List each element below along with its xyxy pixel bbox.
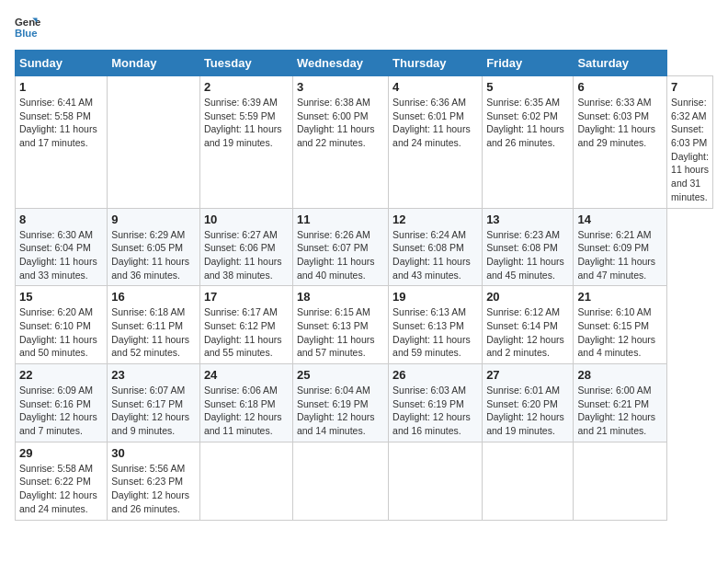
cell-text: Sunrise: 6:15 AMSunset: 6:13 PMDaylight:… (297, 305, 384, 360)
calendar-cell-week0-2: 3 Sunrise: 6:38 AMSunset: 6:00 PMDayligh… (292, 76, 388, 209)
weekday-header-tuesday: Tuesday (199, 51, 292, 76)
calendar-cell-w4-2 (199, 442, 292, 520)
day-number: 8 (19, 213, 103, 226)
cell-text: Sunrise: 6:29 AMSunset: 6:05 PMDaylight:… (111, 228, 196, 282)
cell-text: Sunrise: 6:35 AMSunset: 6:02 PMDaylight:… (486, 96, 569, 150)
cell-text: Sunrise: 6:09 AMSunset: 6:16 PMDaylight:… (19, 384, 103, 438)
day-number: 1 (19, 80, 103, 94)
cell-text: Sunrise: 6:04 AMSunset: 6:19 PMDaylight:… (297, 384, 384, 438)
day-number: 7 (671, 80, 709, 94)
cell-text: Sunrise: 6:20 AMSunset: 6:10 PMDaylight:… (19, 305, 103, 360)
day-number: 15 (19, 290, 103, 304)
day-number: 30 (111, 446, 196, 460)
calendar-week-2: 15 Sunrise: 6:20 AMSunset: 6:10 PMDaylig… (16, 286, 713, 364)
calendar-cell-week0-3: 4 Sunrise: 6:36 AMSunset: 6:01 PMDayligh… (389, 76, 483, 209)
cell-text: Sunrise: 6:36 AMSunset: 6:01 PMDaylight:… (392, 96, 478, 150)
calendar-cell-w2-4: 19 Sunrise: 6:13 AMSunset: 6:13 PMDaylig… (389, 286, 483, 364)
cell-text: Sunrise: 6:12 AMSunset: 6:14 PMDaylight:… (486, 305, 569, 360)
cell-text: Sunrise: 6:41 AMSunset: 5:58 PMDaylight:… (19, 96, 103, 150)
calendar-cell-w3-6: 28 Sunrise: 6:00 AMSunset: 6:21 PMDaylig… (574, 364, 667, 442)
cell-text: Sunrise: 6:10 AMSunset: 6:15 PMDaylight:… (577, 305, 663, 360)
cell-text: Sunrise: 6:17 AMSunset: 6:12 PMDaylight:… (204, 305, 289, 360)
calendar-cell-w1-6: 14 Sunrise: 6:21 AMSunset: 6:09 PMDaylig… (574, 208, 667, 286)
calendar-week-4: 29 Sunrise: 5:58 AMSunset: 6:22 PMDaylig… (16, 442, 713, 520)
weekday-header-monday: Monday (108, 51, 200, 76)
day-number: 2 (204, 80, 289, 94)
day-number: 29 (19, 446, 103, 460)
page-header: General Blue (15, 15, 713, 40)
day-number: 27 (486, 368, 569, 382)
day-number: 19 (392, 290, 478, 304)
logo: General Blue (15, 15, 40, 40)
day-number: 20 (486, 290, 569, 304)
cell-text: Sunrise: 6:26 AMSunset: 6:07 PMDaylight:… (297, 228, 384, 282)
calendar-cell-w2-0: 15 Sunrise: 6:20 AMSunset: 6:10 PMDaylig… (16, 286, 108, 364)
cell-text: Sunrise: 6:24 AMSunset: 6:08 PMDaylight:… (392, 228, 478, 282)
day-number: 4 (392, 80, 478, 94)
cell-text: Sunrise: 6:21 AMSunset: 6:09 PMDaylight:… (577, 228, 663, 282)
calendar-cell-w1-2: 10 Sunrise: 6:27 AMSunset: 6:06 PMDaylig… (199, 208, 292, 286)
calendar-cell-w3-0: 22 Sunrise: 6:09 AMSunset: 6:16 PMDaylig… (16, 364, 108, 442)
calendar-cell-w3-4: 26 Sunrise: 6:03 AMSunset: 6:19 PMDaylig… (389, 364, 483, 442)
calendar-cell-w2-2: 17 Sunrise: 6:17 AMSunset: 6:12 PMDaylig… (199, 286, 292, 364)
calendar-cell-w3-2: 24 Sunrise: 6:06 AMSunset: 6:18 PMDaylig… (199, 364, 292, 442)
calendar-cell-w1-1: 9 Sunrise: 6:29 AMSunset: 6:05 PMDayligh… (108, 208, 200, 286)
day-number: 17 (204, 290, 289, 304)
cell-text: Sunrise: 6:23 AMSunset: 6:08 PMDaylight:… (486, 228, 569, 282)
calendar-cell-w2-5: 20 Sunrise: 6:12 AMSunset: 6:14 PMDaylig… (483, 286, 574, 364)
calendar-cell-w1-5: 13 Sunrise: 6:23 AMSunset: 6:08 PMDaylig… (483, 208, 574, 286)
cell-text: Sunrise: 6:07 AMSunset: 6:17 PMDaylight:… (111, 384, 196, 438)
cell-text: Sunrise: 6:03 AMSunset: 6:19 PMDaylight:… (392, 384, 478, 438)
calendar-cell-w4-3 (292, 442, 388, 520)
day-number: 23 (111, 368, 196, 382)
calendar-cell-w4-4 (389, 442, 483, 520)
calendar-cell-week0-5: 6 Sunrise: 6:33 AMSunset: 6:03 PMDayligh… (574, 76, 667, 209)
calendar-cell-w1-3: 11 Sunrise: 6:26 AMSunset: 6:07 PMDaylig… (292, 208, 388, 286)
day-number: 25 (297, 368, 384, 382)
day-number: 18 (297, 290, 384, 304)
calendar-cell-w1-4: 12 Sunrise: 6:24 AMSunset: 6:08 PMDaylig… (389, 208, 483, 286)
calendar-cell-w3-5: 27 Sunrise: 6:01 AMSunset: 6:20 PMDaylig… (483, 364, 574, 442)
day-number: 16 (111, 290, 196, 304)
day-number: 6 (577, 80, 663, 94)
weekday-header-wednesday: Wednesday (292, 51, 388, 76)
weekday-header-saturday: Saturday (574, 51, 667, 76)
weekday-header-friday: Friday (483, 51, 574, 76)
cell-text: Sunrise: 5:56 AMSunset: 6:23 PMDaylight:… (111, 462, 196, 516)
cell-text: Sunrise: 6:39 AMSunset: 5:59 PMDaylight:… (204, 96, 289, 150)
day-number: 11 (297, 213, 384, 226)
day-number: 3 (297, 80, 384, 94)
day-number: 13 (486, 213, 569, 226)
weekday-header-thursday: Thursday (389, 51, 483, 76)
cell-text: Sunrise: 6:32 AMSunset: 6:03 PMDaylight:… (671, 96, 709, 204)
calendar-cell-w2-6: 21 Sunrise: 6:10 AMSunset: 6:15 PMDaylig… (574, 286, 667, 364)
day-number: 22 (19, 368, 103, 382)
day-number: 26 (392, 368, 478, 382)
calendar-header-row: SundayMondayTuesdayWednesdayThursdayFrid… (16, 51, 713, 76)
calendar-cell-w2-1: 16 Sunrise: 6:18 AMSunset: 6:11 PMDaylig… (108, 286, 200, 364)
calendar-cell-1: 1 Sunrise: 6:41 AMSunset: 5:58 PMDayligh… (16, 76, 108, 209)
calendar-cell-w4-5 (483, 442, 574, 520)
cell-text: Sunrise: 6:30 AMSunset: 6:04 PMDaylight:… (19, 228, 103, 282)
calendar-cell-w4-6 (574, 442, 667, 520)
cell-text: Sunrise: 6:27 AMSunset: 6:06 PMDaylight:… (204, 228, 289, 282)
calendar-cell-w2-3: 18 Sunrise: 6:15 AMSunset: 6:13 PMDaylig… (292, 286, 388, 364)
calendar-cell-week0-4: 5 Sunrise: 6:35 AMSunset: 6:02 PMDayligh… (483, 76, 574, 209)
cell-text: Sunrise: 6:01 AMSunset: 6:20 PMDaylight:… (486, 384, 569, 438)
cell-text: Sunrise: 5:58 AMSunset: 6:22 PMDaylight:… (19, 462, 103, 516)
calendar-cell-w1-0: 8 Sunrise: 6:30 AMSunset: 6:04 PMDayligh… (16, 208, 108, 286)
cell-text: Sunrise: 6:18 AMSunset: 6:11 PMDaylight:… (111, 305, 196, 360)
day-number: 28 (577, 368, 663, 382)
day-number: 9 (111, 213, 196, 226)
day-number: 14 (577, 213, 663, 226)
calendar-table: SundayMondayTuesdayWednesdayThursdayFrid… (15, 50, 713, 521)
day-number: 24 (204, 368, 289, 382)
cell-text: Sunrise: 6:13 AMSunset: 6:13 PMDaylight:… (392, 305, 478, 360)
cell-text: Sunrise: 6:00 AMSunset: 6:21 PMDaylight:… (577, 384, 663, 438)
weekday-header-sunday: Sunday (16, 51, 108, 76)
logo-icon: General Blue (15, 15, 40, 40)
cell-text: Sunrise: 6:06 AMSunset: 6:18 PMDaylight:… (204, 384, 289, 438)
calendar-week-3: 22 Sunrise: 6:09 AMSunset: 6:16 PMDaylig… (16, 364, 713, 442)
calendar-cell-w3-3: 25 Sunrise: 6:04 AMSunset: 6:19 PMDaylig… (292, 364, 388, 442)
day-number: 12 (392, 213, 478, 226)
